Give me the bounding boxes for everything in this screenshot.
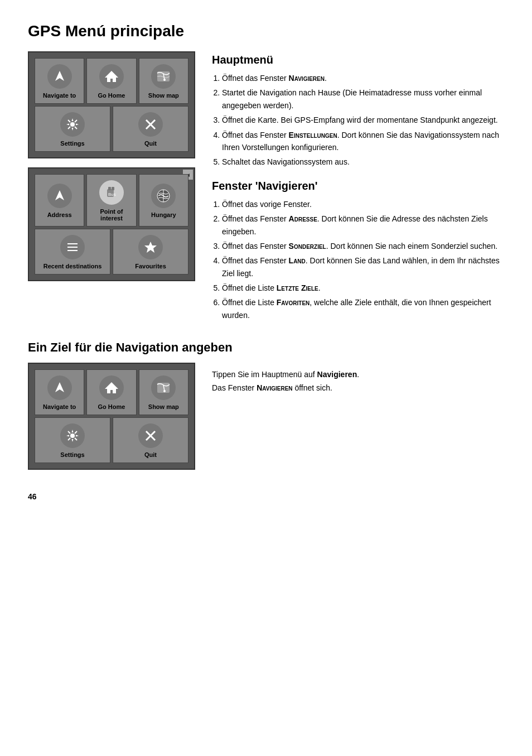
- fenster-navigieren-heading: Fenster 'Navigieren': [212, 180, 504, 192]
- show-map-icon-1: [151, 64, 176, 89]
- page-title: GPS Menú principale: [28, 22, 504, 40]
- settings-label-1: Settings: [60, 140, 84, 147]
- address-label: Address: [47, 211, 72, 218]
- screen1: Navigate to Go Home: [28, 51, 195, 158]
- show-map-icon-3: [151, 375, 176, 400]
- quit-button-3[interactable]: Quit: [113, 417, 188, 463]
- navigate-to-icon: [47, 64, 72, 89]
- quit-label-1: Quit: [144, 140, 157, 147]
- settings-button-1[interactable]: Settings: [35, 106, 110, 152]
- settings-button-3[interactable]: Settings: [35, 417, 110, 463]
- go-home-button-1[interactable]: Go Home: [86, 58, 136, 104]
- screen3-top-row: Navigate to Go Home: [35, 369, 188, 415]
- poi-icon: Bus: [99, 180, 124, 205]
- navigate-to-button-3[interactable]: Navigate to: [35, 369, 84, 415]
- go-home-icon-1: [99, 64, 124, 89]
- recent-destinations-label: Recent destinations: [43, 263, 102, 269]
- go-home-label-3: Go Home: [98, 403, 125, 410]
- screen2: ◄ Address: [28, 167, 195, 281]
- navigate-to-icon-3: [47, 375, 72, 400]
- quit-label-3: Quit: [144, 451, 157, 458]
- hungary-label: Hungary: [151, 211, 176, 218]
- fenster-item-1: Öffnet das vorige Fenster.: [222, 198, 504, 210]
- svg-marker-7: [55, 190, 64, 200]
- settings-icon-3: [60, 423, 85, 448]
- screen3: Navigate to Go Home: [28, 363, 195, 470]
- svg-marker-0: [55, 71, 64, 81]
- address-button[interactable]: Address: [35, 174, 84, 227]
- svg-point-4: [70, 122, 75, 127]
- recent-icon: [60, 235, 85, 259]
- settings-icon-1: [60, 112, 85, 137]
- bottom-layout: Navigate to Go Home: [28, 363, 504, 470]
- quit-icon-3: [138, 423, 163, 448]
- ein-ziel-section: Ein Ziel für die Navigation angeben Navi…: [28, 340, 504, 470]
- screen1-top-row: Navigate to Go Home: [35, 58, 188, 104]
- svg-marker-19: [105, 382, 118, 393]
- screen2-bottom-row: Recent destinations Favourites: [35, 229, 188, 275]
- svg-point-22: [70, 434, 75, 438]
- show-map-button-1[interactable]: Show map: [139, 58, 188, 104]
- fenster-item-3: Öffnet das Fenster Sonderziel. Dort könn…: [222, 240, 504, 252]
- fenster-item-2: Öffnet das Fenster Adresse. Dort können …: [222, 213, 504, 238]
- svg-rect-10: [112, 187, 114, 190]
- settings-label-3: Settings: [60, 451, 84, 458]
- svg-text:Bus: Bus: [108, 192, 116, 197]
- show-map-label-1: Show map: [148, 92, 179, 99]
- fenster-navigieren-list: Öffnet das vorige Fenster. Öffnet das Fe…: [222, 198, 504, 322]
- navigate-to-button[interactable]: Navigate to: [35, 58, 84, 104]
- hungary-button[interactable]: Hungary: [139, 174, 188, 227]
- svg-marker-18: [55, 382, 64, 392]
- fenster-item-4: Öffnet das Fenster Land. Dort können Sie…: [222, 254, 504, 280]
- hauptmenu-item-2: Startet die Navigation nach Hause (Die H…: [222, 86, 504, 112]
- hungary-icon: [151, 184, 176, 208]
- address-icon: [47, 184, 72, 208]
- poi-button[interactable]: Bus Point ofinterest: [86, 174, 136, 227]
- quit-button-1[interactable]: Quit: [113, 106, 188, 152]
- fenster-item-6: Öffnet die Liste Favoriten, welche alle …: [222, 296, 504, 321]
- navigate-to-label-3: Navigate to: [43, 403, 76, 410]
- page-number: 46: [28, 492, 504, 501]
- go-home-label-1: Go Home: [98, 92, 125, 99]
- svg-marker-17: [144, 242, 157, 253]
- navigate-to-label: Navigate to: [43, 92, 76, 99]
- svg-point-3: [163, 79, 166, 81]
- go-home-button-3[interactable]: Go Home: [86, 369, 136, 415]
- hauptmenu-item-4: Öffnet das Fenster Einstellungen. Dort k…: [222, 129, 504, 154]
- ein-ziel-heading: Ein Ziel für die Navigation angeben: [28, 340, 504, 355]
- go-home-icon-3: [99, 375, 124, 400]
- svg-rect-9: [108, 187, 111, 190]
- screen3-bottom-row: Settings Quit: [35, 417, 188, 463]
- ein-ziel-text1: Tippen Sie im Hauptmenü auf Navigieren.: [212, 368, 504, 382]
- show-map-label-3: Show map: [148, 403, 179, 410]
- hauptmenu-item-5: Schaltet das Navigationssystem aus.: [222, 156, 504, 168]
- screen2-top-row: Address Bus Point ofinterest: [35, 174, 188, 227]
- screen1-bottom-row: Settings Quit: [35, 106, 188, 152]
- svg-marker-1: [105, 71, 118, 82]
- favourites-icon: [138, 235, 163, 259]
- svg-rect-2: [157, 71, 170, 81]
- favourites-button[interactable]: Favourites: [113, 229, 188, 275]
- hauptmenu-heading: Hauptmenü: [212, 54, 504, 66]
- quit-icon-1: [138, 112, 163, 137]
- favourites-label: Favourites: [135, 263, 166, 269]
- fenster-item-5: Öffnet die Liste Letzte Ziele.: [222, 282, 504, 294]
- svg-point-21: [163, 390, 166, 392]
- hauptmenu-item-3: Öffnet die Karte. Bei GPS-Empfang wird d…: [222, 114, 504, 126]
- hauptmenu-item-1: Öffnet das Fenster Navigieren.: [222, 72, 504, 84]
- poi-label: Point ofinterest: [100, 208, 123, 221]
- ein-ziel-description: Tippen Sie im Hauptmenü auf Navigieren. …: [212, 363, 504, 470]
- show-map-button-3[interactable]: Show map: [139, 369, 188, 415]
- svg-rect-20: [157, 383, 170, 393]
- recent-destinations-button[interactable]: Recent destinations: [35, 229, 110, 275]
- hauptmenu-list: Öffnet das Fenster Navigieren. Startet d…: [222, 72, 504, 168]
- ein-ziel-text2: Das Fenster Navigieren öffnet sich.: [212, 382, 504, 395]
